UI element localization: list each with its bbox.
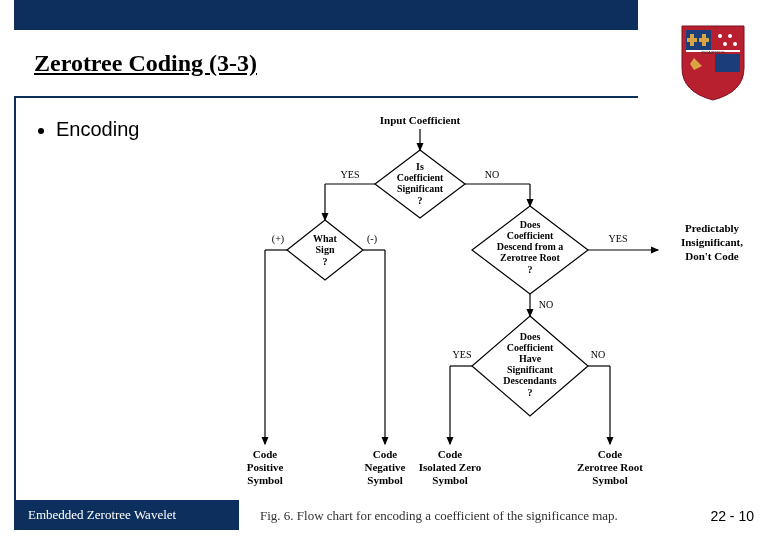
svg-rect-1 <box>715 30 740 50</box>
svg-text:Significant: Significant <box>507 364 554 375</box>
out-isolated: Code <box>438 448 463 460</box>
node-input: Input Coefficient <box>380 114 461 126</box>
svg-text:Coefficient: Coefficient <box>507 342 554 353</box>
svg-rect-3 <box>715 54 740 72</box>
svg-text:What: What <box>313 233 338 244</box>
svg-text:Negative: Negative <box>365 461 406 473</box>
svg-text:YES: YES <box>609 233 628 244</box>
svg-text:NO: NO <box>591 349 605 360</box>
slide-title-wrap: Zerotree Coding (3-3) <box>34 50 257 77</box>
svg-point-10 <box>723 42 727 46</box>
svg-text:Is: Is <box>416 161 424 172</box>
svg-text:?: ? <box>528 387 533 398</box>
svg-text:Insignificant,: Insignificant, <box>681 236 743 248</box>
svg-text:NO: NO <box>539 299 553 310</box>
out-positive: Code <box>253 448 278 460</box>
page-number: 22 - 10 <box>710 508 754 524</box>
svg-text:Symbol: Symbol <box>432 474 467 486</box>
svg-text:?: ? <box>528 264 533 275</box>
svg-text:Isolated Zero: Isolated Zero <box>419 461 482 473</box>
footer-bar: Embedded Zerotree Wavelet <box>14 500 239 530</box>
node-predictably: Predictably <box>685 222 740 234</box>
svg-text:Symbol: Symbol <box>592 474 627 486</box>
svg-text:Does: Does <box>520 331 541 342</box>
svg-text:?: ? <box>418 195 423 206</box>
footer-text: Embedded Zerotree Wavelet <box>28 507 176 523</box>
svg-text:YES: YES <box>341 169 360 180</box>
title-rule <box>14 96 638 98</box>
svg-text:Symbol: Symbol <box>247 474 282 486</box>
svg-text:Does: Does <box>520 219 541 230</box>
svg-text:NO: NO <box>485 169 499 180</box>
svg-text:DOMINUS: DOMINUS <box>701 50 725 55</box>
bullet-encoding: Encoding <box>38 118 139 141</box>
svg-text:Have: Have <box>519 353 542 364</box>
svg-text:(-): (-) <box>367 233 377 245</box>
side-rule <box>14 96 16 508</box>
svg-text:Zerotree Root: Zerotree Root <box>577 461 643 473</box>
svg-point-9 <box>728 34 732 38</box>
svg-text:Coefficient: Coefficient <box>507 230 554 241</box>
svg-rect-7 <box>699 38 709 42</box>
svg-point-11 <box>733 42 737 46</box>
out-zerotree: Code <box>598 448 623 460</box>
bullet-text: Encoding <box>56 118 139 140</box>
svg-text:?: ? <box>323 256 328 267</box>
svg-text:Don't Code: Don't Code <box>685 250 739 262</box>
svg-rect-5 <box>687 38 697 42</box>
svg-text:Positive: Positive <box>247 461 284 473</box>
flowchart-diagram: Input Coefficient Is Coefficient Signifi… <box>230 112 770 512</box>
svg-text:Descend from a: Descend from a <box>497 241 563 252</box>
svg-text:Sign: Sign <box>316 244 335 255</box>
svg-text:Zerotree Root: Zerotree Root <box>500 252 561 263</box>
svg-text:Descendants: Descendants <box>503 375 556 386</box>
header-banner <box>14 0 638 30</box>
bullet-dot <box>38 128 44 134</box>
svg-point-8 <box>718 34 722 38</box>
svg-text:Symbol: Symbol <box>367 474 402 486</box>
svg-text:(+): (+) <box>272 233 284 245</box>
university-crest: DOMINUS <box>680 24 746 102</box>
svg-text:Coefficient: Coefficient <box>397 172 444 183</box>
figure-caption: Fig. 6. Flow chart for encoding a coeffi… <box>260 508 618 524</box>
out-negative: Code <box>373 448 398 460</box>
svg-text:YES: YES <box>453 349 472 360</box>
slide-title: Zerotree Coding (3-3) <box>34 50 257 76</box>
svg-text:Significant: Significant <box>397 183 444 194</box>
